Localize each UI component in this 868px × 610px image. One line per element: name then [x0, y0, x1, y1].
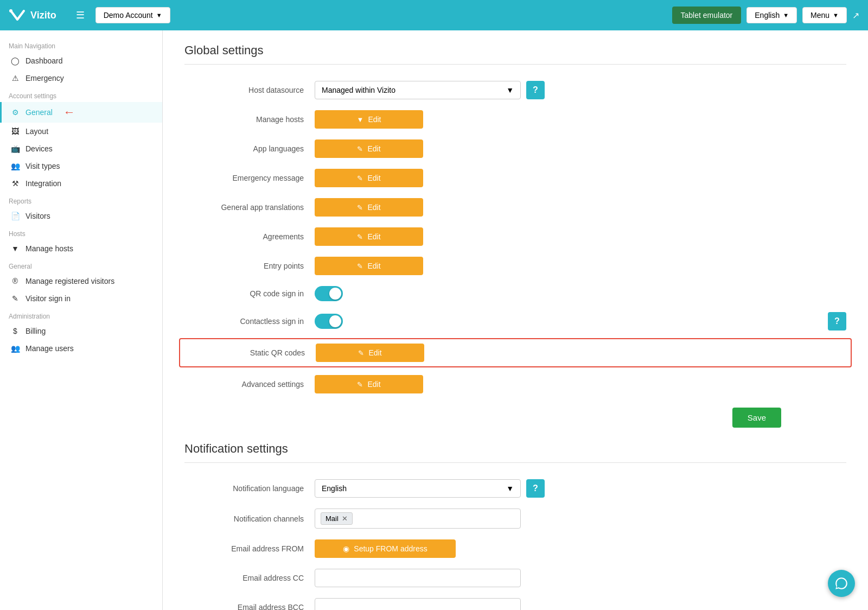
- email-from-control: ◉ Setup FROM address: [315, 539, 846, 558]
- logo: Vizito: [9, 7, 56, 24]
- tablet-emulator-button[interactable]: Tablet emulator: [672, 7, 742, 24]
- advanced-settings-row: Advanced settings ✎ Edit: [184, 370, 846, 399]
- manage-hosts-label: Manage hosts: [184, 115, 304, 124]
- english-dropdown-button[interactable]: English ▼: [746, 7, 797, 23]
- sidebar-item-dashboard[interactable]: ◯ Dashboard: [0, 52, 162, 69]
- global-settings-table: Host datasource Managed within Vizito ▼ …: [184, 75, 846, 399]
- agreements-edit-button[interactable]: ✎ Edit: [315, 227, 423, 246]
- general-app-translations-control: ✎ Edit: [315, 198, 846, 217]
- email-cc-row: Email address CC: [184, 563, 846, 593]
- caret-icon: ▼: [156, 12, 162, 18]
- notification-language-row: Notification language English ▼ ?: [184, 474, 846, 503]
- menu-caret-icon: ▼: [833, 12, 839, 18]
- email-from-row: Email address FROM ◉ Setup FROM address: [184, 534, 846, 563]
- sidebar: Main Navigation ◯ Dashboard ⚠ Emergency …: [0, 30, 163, 610]
- svg-point-0: [9, 9, 12, 12]
- menu-dropdown-button[interactable]: Menu ▼: [802, 7, 847, 23]
- integration-icon: ⚒: [10, 179, 20, 188]
- notification-language-select[interactable]: English ▼: [315, 479, 521, 498]
- host-datasource-label: Host datasource: [184, 86, 304, 94]
- entry-points-label: Entry points: [184, 262, 304, 270]
- agreements-row: Agreements ✎ Edit: [184, 222, 846, 251]
- sidebar-item-layout[interactable]: 🖼 Layout: [0, 123, 162, 140]
- manage-hosts-control: ▼ Edit: [315, 110, 846, 129]
- entry-points-control: ✎ Edit: [315, 257, 846, 275]
- account-settings-label: Account settings: [0, 87, 162, 102]
- sidebar-item-manage-registered[interactable]: ® Manage registered visitors: [0, 272, 162, 290]
- expand-button[interactable]: ↗: [852, 10, 859, 21]
- advanced-settings-control: ✎ Edit: [315, 375, 846, 393]
- entry-points-row: Entry points ✎ Edit: [184, 251, 846, 281]
- entry-points-edit-icon: ✎: [357, 262, 363, 270]
- visitors-icon: 📄: [10, 212, 20, 220]
- sidebar-item-devices[interactable]: 📺 Devices: [0, 140, 162, 157]
- email-bcc-input[interactable]: [315, 598, 521, 610]
- contactless-sign-in-label: Contactless sign in: [184, 317, 304, 326]
- general-section-label: General: [0, 257, 162, 272]
- qr-code-sign-in-row: QR code sign in: [184, 281, 846, 307]
- sidebar-item-visitor-sign-in[interactable]: ✎ Visitor sign in: [0, 290, 162, 307]
- agreements-label: Agreements: [184, 232, 304, 241]
- notification-settings-title: Notification settings: [184, 442, 846, 463]
- mail-tag-remove-button[interactable]: ✕: [342, 514, 348, 523]
- visitor-sign-in-icon: ✎: [10, 294, 20, 303]
- qr-code-toggle[interactable]: [315, 286, 343, 301]
- dashboard-icon: ◯: [10, 56, 20, 65]
- administration-label: Administration: [0, 307, 162, 322]
- sidebar-item-emergency[interactable]: ⚠ Emergency: [0, 69, 162, 87]
- email-cc-label: Email address CC: [184, 574, 304, 582]
- notification-channels-field[interactable]: Mail ✕: [315, 509, 521, 529]
- notification-lang-caret-icon: ▼: [506, 484, 514, 493]
- save-btn-row: Save: [184, 399, 781, 436]
- contactless-help-button[interactable]: ?: [828, 312, 846, 331]
- static-qr-codes-control: ✎ Edit: [316, 344, 845, 362]
- manage-hosts-edit-button[interactable]: ▼ Edit: [315, 110, 423, 129]
- sidebar-item-manage-users[interactable]: 👥 Manage users: [0, 340, 162, 357]
- sidebar-item-billing[interactable]: $ Billing: [0, 322, 162, 340]
- manage-registered-icon: ®: [10, 277, 20, 285]
- app-languages-edit-button[interactable]: ✎ Edit: [315, 139, 423, 158]
- setup-from-icon: ◉: [343, 544, 349, 553]
- manage-hosts-icon: ▼: [10, 244, 20, 253]
- contactless-toggle-thumb: [329, 315, 341, 327]
- app-languages-edit-icon: ✎: [357, 145, 363, 153]
- app-languages-label: App languages: [184, 144, 304, 153]
- save-button[interactable]: Save: [732, 408, 781, 428]
- advanced-settings-edit-button[interactable]: ✎ Edit: [315, 375, 423, 393]
- advanced-settings-label: Advanced settings: [184, 380, 304, 389]
- setup-from-address-button[interactable]: ◉ Setup FROM address: [315, 539, 456, 558]
- sidebar-item-visitors[interactable]: 📄 Visitors: [0, 207, 162, 225]
- sidebar-item-manage-hosts[interactable]: ▼ Manage hosts: [0, 240, 162, 257]
- static-qr-codes-label: Static QR codes: [186, 348, 305, 357]
- host-datasource-select[interactable]: Managed within Vizito ▼: [315, 81, 521, 99]
- sidebar-item-visit-types[interactable]: 👥 Visit types: [0, 157, 162, 175]
- static-qr-codes-edit-button[interactable]: ✎ Edit: [316, 344, 424, 362]
- sidebar-item-integration[interactable]: ⚒ Integration: [0, 175, 162, 192]
- app-languages-row: App languages ✎ Edit: [184, 134, 846, 163]
- email-cc-input[interactable]: [315, 569, 521, 587]
- contactless-sign-in-row: Contactless sign in ?: [184, 307, 846, 336]
- entry-points-edit-button[interactable]: ✎ Edit: [315, 257, 423, 275]
- notification-language-help-button[interactable]: ?: [526, 479, 545, 498]
- general-app-translations-edit-button[interactable]: ✎ Edit: [315, 198, 423, 217]
- devices-icon: 📺: [10, 144, 20, 153]
- account-dropdown-button[interactable]: Demo Account ▼: [95, 7, 170, 23]
- agreements-edit-icon: ✎: [357, 233, 363, 241]
- main-nav-label: Main Navigation: [0, 37, 162, 52]
- reports-label: Reports: [0, 192, 162, 207]
- chat-bubble-button[interactable]: [828, 570, 855, 597]
- host-datasource-help-button[interactable]: ?: [526, 81, 545, 99]
- global-settings-title: Global settings: [184, 43, 846, 65]
- emergency-icon: ⚠: [10, 74, 20, 82]
- qr-code-toggle-thumb: [329, 288, 341, 300]
- notification-language-control: English ▼ ?: [315, 479, 846, 498]
- qr-code-toggle-track: [315, 286, 343, 301]
- contactless-toggle[interactable]: [315, 314, 343, 329]
- emergency-message-edit-button[interactable]: ✎ Edit: [315, 169, 423, 187]
- english-caret-icon: ▼: [783, 12, 789, 18]
- header: Vizito ☰ Demo Account ▼ Tablet emulator …: [0, 0, 868, 30]
- sidebar-item-general[interactable]: ⚙ General ←: [0, 102, 162, 123]
- translations-edit-icon: ✎: [357, 204, 363, 212]
- hamburger-button[interactable]: ☰: [72, 7, 89, 23]
- general-app-translations-label: General app translations: [184, 203, 304, 212]
